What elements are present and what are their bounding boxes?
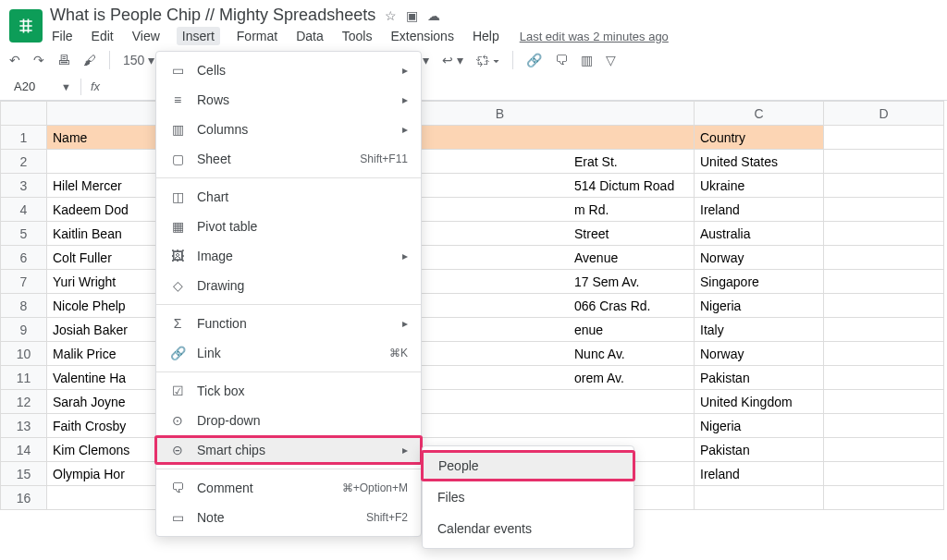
menu-insert[interactable]: Insert <box>177 27 220 45</box>
cell[interactable] <box>824 486 944 510</box>
insert-smart-chips[interactable]: ⊝Smart chips▸ <box>154 435 423 465</box>
insert-function[interactable]: ΣFunction▸ <box>156 309 421 338</box>
cell[interactable]: Nigeria <box>695 294 824 318</box>
insert-menu-dropdown[interactable]: ▭Cells▸ ≡Rows▸ ▥Columns▸ ▢SheetShift+F11… <box>155 51 422 537</box>
cell[interactable]: Australia <box>695 222 824 246</box>
row-header[interactable]: 16 <box>1 486 47 510</box>
row-header[interactable]: 11 <box>1 366 47 390</box>
menu-format[interactable]: Format <box>235 27 279 45</box>
cell[interactable] <box>824 294 944 318</box>
insert-sheet[interactable]: ▢SheetShift+F11 <box>156 144 421 174</box>
cell[interactable]: Country <box>695 126 824 150</box>
cell[interactable] <box>824 150 944 174</box>
insert-chart-icon[interactable]: ▥ <box>581 53 593 67</box>
undo-icon[interactable]: ↶ <box>9 53 20 67</box>
wrap-icon[interactable]: ↩ ▾ <box>442 53 463 67</box>
move-icon[interactable]: ▣ <box>406 8 418 23</box>
column-header-D[interactable]: D <box>824 102 944 126</box>
cell[interactable] <box>824 222 944 246</box>
smart-chips-submenu[interactable]: People Files Calendar events <box>422 445 634 549</box>
insert-dropdown[interactable]: ⊙Drop-down <box>156 406 421 435</box>
cell[interactable] <box>824 126 944 150</box>
last-edit-link[interactable]: Last edit was 2 minutes ago <box>520 30 669 43</box>
cell[interactable]: Ireland <box>695 198 824 222</box>
cloud-status-icon[interactable]: ☁ <box>427 8 440 23</box>
insert-columns[interactable]: ▥Columns▸ <box>156 115 421 144</box>
cell[interactable]: Ukraine <box>695 174 824 198</box>
zoom-select[interactable]: 150 ▾ <box>123 53 154 67</box>
filter-icon[interactable]: ▽ <box>606 53 616 67</box>
paint-format-icon[interactable]: 🖌 <box>83 53 96 67</box>
cell[interactable] <box>824 174 944 198</box>
smartchip-files[interactable]: Files <box>423 481 633 513</box>
cell[interactable] <box>824 198 944 222</box>
cell[interactable] <box>824 438 944 462</box>
cell[interactable] <box>695 486 824 510</box>
menu-file[interactable]: File <box>50 27 75 45</box>
cell[interactable]: Pakistan <box>695 438 824 462</box>
rotate-icon[interactable]: ⮔ ▾ <box>476 53 499 67</box>
cell[interactable]: Norway <box>695 246 824 270</box>
row-header[interactable]: 2 <box>1 150 47 174</box>
row-header[interactable]: 10 <box>1 342 47 366</box>
insert-chart[interactable]: ◫Chart <box>156 182 421 212</box>
row-header[interactable]: 5 <box>1 222 47 246</box>
row-header[interactable]: 12 <box>1 390 47 414</box>
row-header[interactable]: 7 <box>1 270 47 294</box>
cell[interactable]: Nigeria <box>695 414 824 438</box>
cell[interactable] <box>824 390 944 414</box>
insert-image[interactable]: 🖼Image▸ <box>156 241 421 271</box>
column-header-C[interactable]: C <box>695 102 824 126</box>
print-icon[interactable]: 🖶 <box>57 53 70 67</box>
cell[interactable] <box>824 246 944 270</box>
menu-view[interactable]: View <box>130 27 162 45</box>
menu-data[interactable]: Data <box>294 27 326 45</box>
cell[interactable] <box>824 270 944 294</box>
row-header[interactable]: 3 <box>1 174 47 198</box>
insert-note[interactable]: ▭NoteShift+F2 <box>156 503 421 532</box>
insert-comment[interactable]: 🗨Comment⌘+Option+M <box>156 473 421 503</box>
cell[interactable]: Pakistan <box>695 366 824 390</box>
row-header[interactable]: 8 <box>1 294 47 318</box>
cell[interactable]: Italy <box>695 318 824 342</box>
insert-drawing[interactable]: ◇Drawing <box>156 271 421 300</box>
smartchip-people[interactable]: People <box>421 450 635 481</box>
dropdown-caret-icon[interactable]: ▼ <box>61 81 71 92</box>
cell[interactable]: Singapore <box>695 270 824 294</box>
cell[interactable] <box>824 366 944 390</box>
cell[interactable] <box>824 318 944 342</box>
row-header[interactable]: 13 <box>1 414 47 438</box>
insert-link[interactable]: 🔗Link⌘K <box>156 338 421 368</box>
insert-pivot[interactable]: ▦Pivot table <box>156 212 421 241</box>
cell[interactable]: United States <box>695 150 824 174</box>
row-header[interactable]: 9 <box>1 318 47 342</box>
menu-extensions[interactable]: Extensions <box>388 27 455 45</box>
redo-icon[interactable]: ↷ <box>33 53 44 67</box>
checkbox-icon: ☑ <box>169 383 186 398</box>
row-header[interactable]: 4 <box>1 198 47 222</box>
menu-help[interactable]: Help <box>471 27 501 45</box>
insert-cells[interactable]: ▭Cells▸ <box>156 55 421 85</box>
smartchip-calendar[interactable]: Calendar events <box>423 513 633 544</box>
cell[interactable] <box>824 414 944 438</box>
cell[interactable]: Ireland <box>695 462 824 486</box>
menu-tools[interactable]: Tools <box>340 27 375 45</box>
cell[interactable]: United Kingdom <box>695 390 824 414</box>
link-icon[interactable]: 🔗 <box>526 53 542 67</box>
name-box[interactable]: A20 <box>9 77 55 96</box>
comment-icon[interactable]: 🗨 <box>555 53 568 67</box>
row-header[interactable]: 1 <box>1 126 47 150</box>
doc-title[interactable]: What is People Chip // Mighty Spreadshee… <box>50 6 375 25</box>
star-icon[interactable]: ☆ <box>385 8 397 23</box>
insert-tickbox[interactable]: ☑Tick box <box>156 376 421 406</box>
cell[interactable]: Norway <box>695 342 824 366</box>
insert-rows[interactable]: ≡Rows▸ <box>156 85 421 115</box>
chevron-right-icon: ▸ <box>402 317 408 330</box>
row-header[interactable]: 6 <box>1 246 47 270</box>
select-all-corner[interactable] <box>1 102 47 126</box>
cell[interactable] <box>824 462 944 486</box>
row-header[interactable]: 15 <box>1 462 47 486</box>
menu-edit[interactable]: Edit <box>90 27 116 45</box>
row-header[interactable]: 14 <box>1 438 47 462</box>
cell[interactable] <box>824 342 944 366</box>
